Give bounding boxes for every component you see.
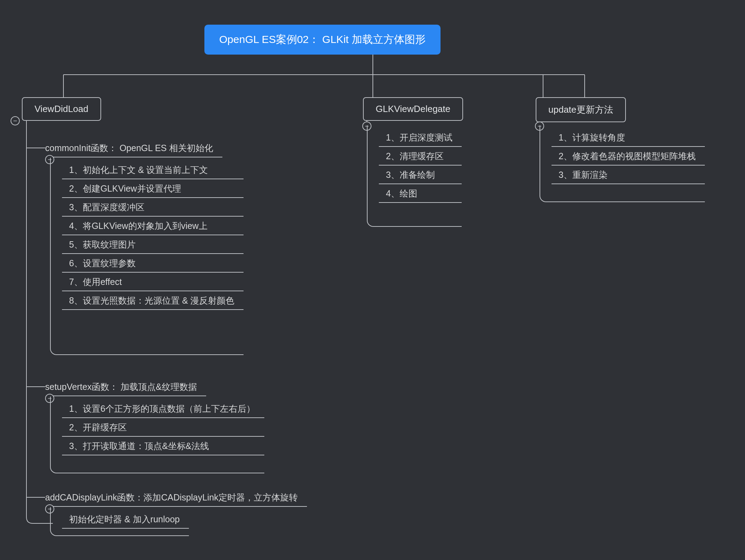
list-item: 1、初始化上下文 & 设置当前上下文	[51, 161, 244, 179]
root-node[interactable]: OpenGL ES案例02： GLKit 加载立方体图形	[204, 25, 441, 55]
list-item: 3、重新渲染	[540, 166, 705, 184]
list-item: 8、设置光照数据：光源位置 & 漫反射颜色	[51, 291, 244, 310]
list-item: 6、设置纹理参数	[51, 254, 244, 273]
list-item: 2、修改着色器的视图模型矩阵堆栈	[540, 147, 705, 166]
list-item: 1、设置6个正方形的顶点数据（前上下左右后）	[51, 399, 264, 418]
list-item: 1、开启深度测试	[368, 128, 462, 147]
list-item: 2、开辟缓存区	[51, 418, 264, 437]
list-item: 3、打开读取通道：顶点&坐标&法线	[51, 437, 264, 455]
list-item: 4、绘图	[368, 184, 462, 203]
section-addcadisplaylink-title: addCADisplayLink函数：添加CADisplayLink定时器，立方…	[35, 488, 307, 507]
section-setupvertex-title: setupVertex函数： 加载顶点&纹理数据	[35, 378, 206, 396]
section-setupvertex-list: 1、设置6个正方形的顶点数据（前上下左右后） 2、开辟缓存区 3、打开读取通道：…	[50, 397, 264, 473]
list-item: 初始化定时器 & 加入runloop	[51, 510, 189, 529]
list-item: 3、配置深度缓冲区	[51, 198, 244, 217]
collapse-icon[interactable]: −	[11, 116, 20, 125]
list-item: 5、获取纹理图片	[51, 235, 244, 254]
section-addcadisplaylink-list: 初始化定时器 & 加入runloop	[50, 507, 189, 536]
list-item: 2、创建GLKView并设置代理	[51, 179, 244, 198]
branch-glkviewdelegate[interactable]: GLKViewDelegate	[363, 97, 463, 121]
branch-update[interactable]: update更新方法	[536, 97, 626, 122]
section-commoninit-title: commonInit函数： OpenGL ES 相关初始化	[35, 139, 222, 157]
list-item: 1、计算旋转角度	[540, 128, 705, 147]
glkviewdelegate-list: 1、开启深度测试 2、清理缓存区 3、准备绘制 4、绘图	[367, 125, 462, 227]
list-item: 7、使用effect	[51, 273, 244, 291]
update-list: 1、计算旋转角度 2、修改着色器的视图模型矩阵堆栈 3、重新渲染	[540, 125, 705, 202]
list-item: 2、清理缓存区	[368, 147, 462, 166]
section-commoninit-list: 1、初始化上下文 & 设置当前上下文 2、创建GLKView并设置代理 3、配置…	[50, 158, 244, 355]
list-item: 3、准备绘制	[368, 166, 462, 184]
branch-viewdidload[interactable]: ViewDidLoad	[22, 97, 101, 121]
list-item: 4、将GLKView的对象加入到view上	[51, 217, 244, 235]
